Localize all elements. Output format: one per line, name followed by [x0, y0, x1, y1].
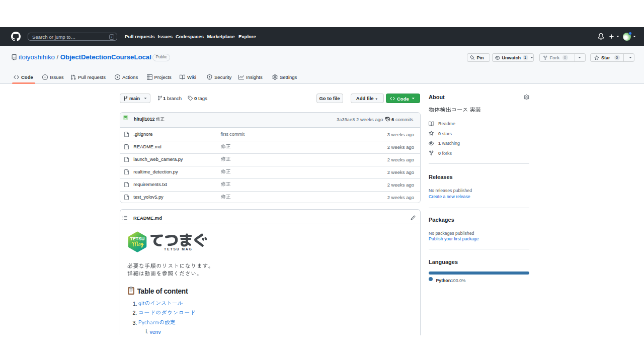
svg-text:TETSU: TETSU	[130, 236, 145, 241]
svg-text:TETSU MAG: TETSU MAG	[164, 247, 193, 251]
